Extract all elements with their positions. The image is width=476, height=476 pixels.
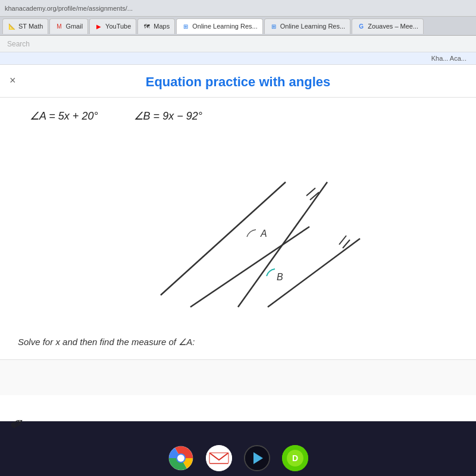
tab-online-learning-2-label: Online Learning Res... xyxy=(280,23,345,30)
tab-online-learning-2[interactable]: ⊞ Online Learning Res... xyxy=(264,18,350,34)
page-title: Equation practice with angles xyxy=(12,74,464,90)
gmail-icon-taskbar[interactable] xyxy=(206,445,232,471)
tab-gmail[interactable]: M Gmail xyxy=(49,18,88,34)
tab-zouaves-label: Zouaves – Mee... xyxy=(368,23,418,30)
tab-online-learning-1-label: Online Learning Res... xyxy=(192,23,257,30)
answer-area[interactable] xyxy=(0,359,476,395)
maps-icon: 🗺 xyxy=(143,22,151,30)
problem-area: ∠A = 5x + 20° ∠B = 9x − 92° xyxy=(0,98,476,359)
diagram-container: A B xyxy=(18,134,458,325)
zouaves-icon: G xyxy=(357,22,365,30)
svg-line-4 xyxy=(190,227,309,307)
svg-text:D: D xyxy=(292,453,298,463)
tab-st-math[interactable]: 📐 ST Math xyxy=(2,18,48,34)
online-learning-2-icon: ⊞ xyxy=(270,22,278,30)
chrome-icon-taskbar[interactable] xyxy=(168,445,194,471)
tab-zouaves[interactable]: G Zouaves – Mee... xyxy=(352,18,424,34)
svg-point-10 xyxy=(177,455,184,462)
ka-page: Kha... Aca... × Equation practice with a… xyxy=(0,52,476,421)
tab-youtube[interactable]: ▶ YouTube xyxy=(89,18,136,34)
geometry-diagram: A B xyxy=(113,134,363,325)
tab-maps[interactable]: 🗺 Maps xyxy=(137,18,175,34)
page-header-hint: Kha... Aca... xyxy=(0,52,476,65)
tab-gmail-label: Gmail xyxy=(65,23,83,30)
svg-line-6 xyxy=(339,236,346,245)
equation-a: ∠A = 5x + 20° xyxy=(30,109,98,123)
close-button[interactable]: × xyxy=(10,74,16,87)
tab-youtube-label: YouTube xyxy=(105,23,131,30)
equations-row: ∠A = 5x + 20° ∠B = 9x − 92° xyxy=(18,109,458,123)
tab-maps-label: Maps xyxy=(154,23,170,30)
equation-b: ∠B = 9x − 92° xyxy=(134,109,202,123)
ka-header: × Equation practice with angles xyxy=(0,65,476,98)
tab-online-learning-1[interactable]: ⊞ Online Learning Res... xyxy=(176,18,262,34)
search-text: Search xyxy=(7,40,30,48)
label-b: B xyxy=(277,272,283,282)
url-bar[interactable]: khanacademy.org/profile/me/assignments/.… xyxy=(0,0,476,17)
online-learning-1-icon: ⊞ xyxy=(181,22,190,30)
taskbar: D xyxy=(0,440,476,476)
solve-text-2: and then find the measure of xyxy=(60,337,178,347)
solve-instruction: Solve for x and then find the measure of… xyxy=(18,337,458,347)
search-bar-area[interactable]: Search xyxy=(0,36,476,52)
youtube-icon: ▶ xyxy=(95,22,103,30)
play-store-icon-taskbar[interactable] xyxy=(244,445,270,471)
st-math-icon: 📐 xyxy=(8,22,16,30)
svg-line-2 xyxy=(306,188,315,196)
duolingo-icon-taskbar[interactable]: D xyxy=(282,445,308,471)
gmail-tab-icon: M xyxy=(55,22,63,30)
tab-st-math-label: ST Math xyxy=(18,23,43,30)
header-partial: Kha... Aca... xyxy=(431,55,466,62)
svg-line-0 xyxy=(161,182,286,295)
solve-angle: ∠A: xyxy=(178,337,195,347)
solve-text-1: Solve for xyxy=(18,337,55,347)
label-a: A xyxy=(260,228,267,239)
url-text: khanacademy.org/profile/me/assignments/.… xyxy=(5,5,133,12)
tab-bar: 📐 ST Math M Gmail ▶ YouTube 🗺 Maps ⊞ Onl… xyxy=(0,17,476,36)
solve-var: x xyxy=(55,337,60,347)
